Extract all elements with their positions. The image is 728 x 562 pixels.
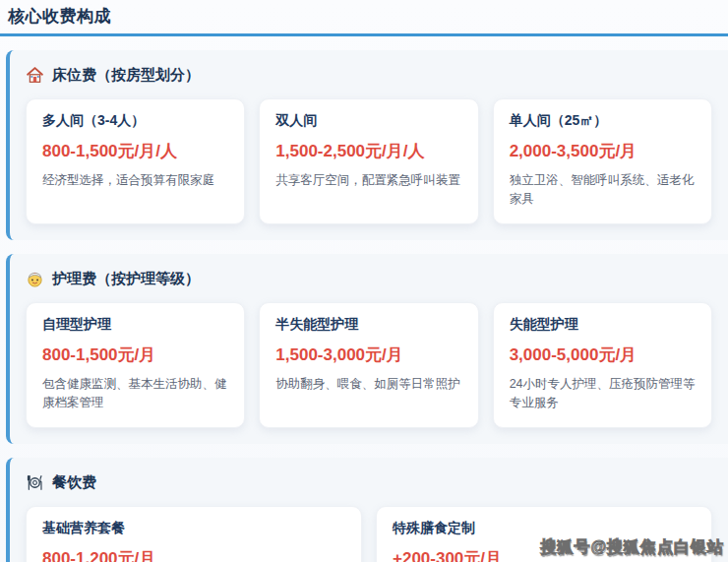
fee-card-self-care: 自理型护理 800-1,500元/月 包含健康监测、基本生活协助、健康档案管理 [26,302,245,428]
card-price: 1,500-3,000元/月 [275,343,461,366]
card-price: 800-1,500元/月 [42,343,228,366]
fee-card-basic-meal: 基础营养套餐 800-1,200元/月 一日三餐+两次营养茶点，营养师科学配比 [26,506,362,562]
watermark: 搜狐号@搜狐焦点白银站 [540,537,724,558]
card-desc: 协助翻身、喂食、如厕等日常照护 [275,375,461,394]
section-nursing-fee: 护理费（按护理等级） 自理型护理 800-1,500元/月 包含健康监测、基本生… [6,254,728,444]
fee-card-single-room: 单人间（25㎡） 2,000-3,500元/月 独立卫浴、智能呼叫系统、适老化家… [493,98,712,224]
bed-fee-cards: 多人间（3-4人） 800-1,500元/月/人 经济型选择，适合预算有限家庭 … [26,98,712,224]
card-title: 半失能型护理 [275,316,461,334]
card-title: 基础营养套餐 [42,520,345,537]
card-desc: 独立卫浴、智能呼叫系统、适老化家具 [510,171,696,210]
dining-icon [26,473,44,492]
card-desc: 24小时专人护理、压疮预防管理等专业服务 [510,375,696,413]
section-dining-fee-header: 餐饮费 [26,473,712,492]
card-title: 双人间 [275,112,461,130]
card-desc: 经济型选择，适合预算有限家庭 [42,171,228,190]
section-dining-fee-title: 餐饮费 [52,473,96,492]
fee-card-semi-disabled-care: 半失能型护理 1,500-3,000元/月 协助翻身、喂食、如厕等日常照护 [259,302,478,428]
section-bed-fee: 床位费（按房型划分） 多人间（3-4人） 800-1,500元/月/人 经济型选… [6,50,728,240]
card-title: 自理型护理 [42,316,228,334]
card-title: 单人间（25㎡） [510,112,696,130]
fee-card-disabled-care: 失能型护理 3,000-5,000元/月 24小时专人护理、压疮预防管理等专业服… [493,302,712,428]
section-bed-fee-title: 床位费（按房型划分） [52,66,200,85]
card-desc: 包含健康监测、基本生活协助、健康档案管理 [42,375,228,413]
house-icon [26,66,44,85]
card-price: 1,500-2,500元/月/人 [275,140,461,162]
section-bed-fee-header: 床位费（按房型划分） [26,66,712,85]
fee-card-double-room: 双人间 1,500-2,500元/月/人 共享客厅空间，配置紧急呼叫装置 [259,98,478,224]
nurse-icon [26,270,44,288]
card-price: 2,000-3,500元/月 [510,140,696,162]
card-desc: 共享客厅空间，配置紧急呼叫装置 [275,171,461,190]
section-nursing-fee-title: 护理费（按护理等级） [52,270,200,288]
pricing-page: 核心收费构成 床位费（按房型划分） 多人间（3-4人） 800-1,500元/月… [0,0,728,562]
card-price: 800-1,200元/月 [42,547,345,562]
page-title: 核心收费构成 [8,5,720,33]
nursing-fee-cards: 自理型护理 800-1,500元/月 包含健康监测、基本生活协助、健康档案管理 … [26,302,712,428]
card-title: 特殊膳食定制 [393,520,696,537]
card-title: 多人间（3-4人） [42,112,228,130]
card-price: 800-1,500元/月/人 [42,140,228,162]
section-nursing-fee-header: 护理费（按护理等级） [26,270,712,288]
card-price: 3,000-5,000元/月 [510,343,696,366]
page-header: 核心收费构成 [0,0,728,36]
card-title: 失能型护理 [510,316,696,334]
fee-card-multi-room: 多人间（3-4人） 800-1,500元/月/人 经济型选择，适合预算有限家庭 [26,98,245,224]
